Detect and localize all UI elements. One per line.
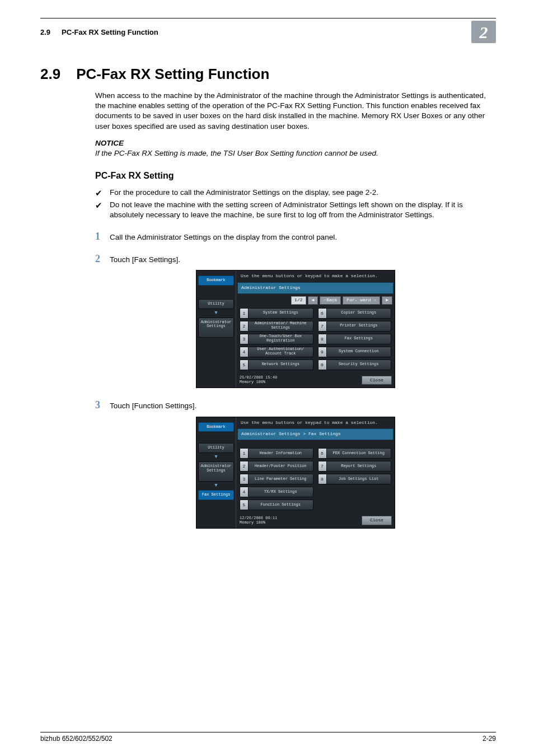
header-section-title: PC-Fax RX Setting Function bbox=[62, 28, 158, 36]
screenshot-admin-settings: Bookmark Utility ▼ Administrator Setting… bbox=[196, 270, 395, 388]
menu-fax-settings[interactable]: 8Fax Settings bbox=[318, 334, 392, 344]
menu-function-settings[interactable]: 5Function Settings bbox=[240, 500, 313, 510]
heading-2: PC-Fax RX Setting bbox=[95, 170, 496, 182]
step-number: 2 bbox=[95, 252, 110, 265]
sidebar-bookmark-button[interactable]: Bookmark bbox=[198, 422, 234, 432]
step-row: 2 Touch [Fax Settings]. bbox=[95, 252, 496, 265]
checklist-item: ✔ Do not leave the machine with the sett… bbox=[95, 200, 496, 220]
menu-security-settings[interactable]: 0Security Settings bbox=[318, 360, 392, 370]
checkmark-icon: ✔ bbox=[95, 188, 110, 199]
heading-1: 2.9 PC-Fax RX Setting Function bbox=[40, 66, 496, 83]
step-row: 1 Call the Administrator Settings on the… bbox=[95, 230, 496, 243]
chevron-down-icon: ▼ bbox=[198, 483, 234, 488]
checklist-text: Do not leave the machine with the settin… bbox=[110, 200, 496, 220]
sidebar-admin-button[interactable]: Administrator Settings bbox=[198, 461, 234, 482]
menu-header-info[interactable]: 1Header Information bbox=[240, 448, 313, 459]
footer-model: bizhub 652/602/552/502 bbox=[40, 735, 113, 743]
arrow-left-icon[interactable]: ◀ bbox=[308, 296, 318, 305]
forward-button[interactable]: For- ward → bbox=[343, 296, 380, 305]
menu-report-settings[interactable]: 7Report Settings bbox=[318, 461, 392, 472]
running-header: 2.9 PC-Fax RX Setting Function 2 bbox=[40, 21, 496, 43]
checklist-text: For the procedure to call the Administra… bbox=[110, 188, 378, 199]
breadcrumb: Administrator Settings > Fax Settings bbox=[237, 428, 394, 440]
menu-system-settings[interactable]: 1System Settings bbox=[240, 308, 313, 319]
step-number: 3 bbox=[95, 398, 110, 412]
step-number: 1 bbox=[95, 230, 110, 243]
menu-user-auth[interactable]: 4User Authentication/ Account Track bbox=[240, 347, 313, 357]
checkmark-icon: ✔ bbox=[95, 200, 110, 220]
back-button[interactable]: ←Back bbox=[320, 296, 341, 305]
menu-pbx-connection[interactable]: 6PBX Connection Setting bbox=[318, 448, 392, 459]
status-datetime: 25/02/2008 15:40 Memory 100% bbox=[240, 376, 277, 384]
notice-text: If the PC-Fax RX Setting is made, the TS… bbox=[95, 148, 496, 158]
sidebar-utility-button[interactable]: Utility bbox=[198, 299, 234, 309]
checklist-item: ✔ For the procedure to call the Administ… bbox=[95, 188, 496, 199]
menu-system-connection[interactable]: 9System Connection bbox=[318, 347, 392, 357]
h1-number: 2.9 bbox=[40, 66, 60, 83]
hint-text: Use the menu buttons or keypad to make a… bbox=[236, 417, 395, 428]
menu-printer-settings[interactable]: 7Printer Settings bbox=[318, 321, 392, 332]
notice-label: NOTICE bbox=[95, 138, 496, 148]
menu-job-settings-list[interactable]: 8Job Settings List bbox=[318, 474, 392, 484]
intro-paragraph: When access to the machine by the Admini… bbox=[95, 91, 496, 132]
status-datetime: 12/26/2008 09:11 Memory 100% bbox=[240, 516, 277, 525]
menu-header-footer-position[interactable]: 2Header/Footer Position bbox=[240, 461, 313, 472]
step-text: Touch [Fax Settings]. bbox=[110, 255, 180, 265]
step-text: Touch [Function Settings]. bbox=[110, 401, 196, 411]
hint-text: Use the menu buttons or keypad to make a… bbox=[236, 270, 395, 281]
arrow-right-icon[interactable]: ▶ bbox=[382, 296, 392, 305]
header-section-no: 2.9 bbox=[40, 28, 50, 36]
chevron-down-icon: ▼ bbox=[198, 311, 234, 316]
menu-copier-settings[interactable]: 6Copier Settings bbox=[318, 308, 392, 319]
menu-onetouch-userbox[interactable]: 3One-Touch/User Box Registration bbox=[240, 334, 313, 344]
step-text: Call the Administrator Settings on the d… bbox=[110, 232, 337, 242]
breadcrumb: Administrator Settings bbox=[237, 282, 394, 294]
chevron-down-icon: ▼ bbox=[198, 455, 234, 460]
menu-line-parameter[interactable]: 3Line Parameter Setting bbox=[240, 474, 313, 484]
close-button[interactable]: Close bbox=[362, 376, 392, 385]
sidebar-bookmark-button[interactable]: Bookmark bbox=[198, 276, 234, 286]
chapter-badge: 2 bbox=[471, 21, 496, 43]
menu-network-settings[interactable]: 5Network Settings bbox=[240, 360, 313, 370]
close-button[interactable]: Close bbox=[362, 516, 392, 525]
page-footer: bizhub 652/602/552/502 2-29 bbox=[40, 732, 496, 743]
sidebar-admin-button[interactable]: Administrator Settings bbox=[198, 318, 234, 338]
screenshot-fax-settings: Bookmark Utility ▼ Administrator Setting… bbox=[196, 417, 395, 529]
step-row: 3 Touch [Function Settings]. bbox=[95, 398, 496, 412]
h1-title: PC-Fax RX Setting Function bbox=[76, 66, 269, 83]
menu-admin-machine-settings[interactable]: 2Administrator/ Machine Settings bbox=[240, 321, 313, 332]
page-indicator: 1/2 bbox=[291, 296, 306, 305]
sidebar-fax-settings-button[interactable]: Fax Settings bbox=[198, 490, 234, 500]
sidebar-utility-button[interactable]: Utility bbox=[198, 443, 234, 453]
menu-txrx-settings[interactable]: 4TX/RX Settings bbox=[240, 487, 313, 497]
footer-page-number: 2-29 bbox=[483, 735, 496, 743]
